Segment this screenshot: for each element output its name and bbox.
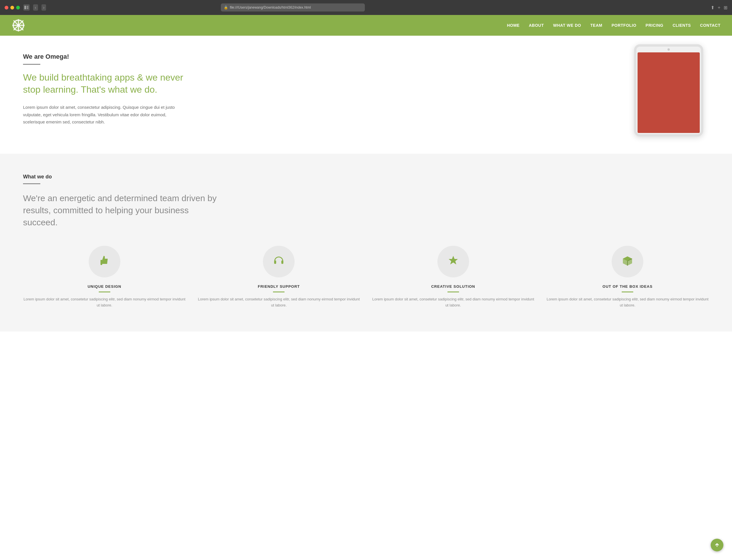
nav-item-pricing[interactable]: PRICING	[646, 23, 663, 28]
features-grid: UNIQUE DESIGN Lorem ipsum dolor sit amet…	[23, 246, 709, 314]
nav-link-what[interactable]: WHAT WE DO	[553, 23, 581, 28]
feature-underline-0	[99, 292, 110, 292]
tablet-camera	[668, 48, 670, 51]
close-dot[interactable]	[5, 6, 8, 9]
feature-title-2: CREATIVE SOLUTION	[431, 284, 475, 289]
nav-link-about[interactable]: ABOUT	[529, 23, 544, 28]
svg-rect-1	[26, 6, 28, 7]
sidebar-toggle[interactable]	[23, 4, 30, 11]
svg-marker-9	[449, 256, 458, 264]
nav-item-about[interactable]: ABOUT	[529, 23, 544, 28]
browser-actions: ⬆ ＋ ⊞	[711, 5, 727, 11]
logo[interactable]	[12, 18, 25, 32]
feature-body-1: Lorem ipsum dolor sit amet, consetetur s…	[197, 296, 360, 308]
feature-icon-circle-0	[89, 246, 120, 277]
nav-item-what[interactable]: WHAT WE DO	[553, 23, 581, 28]
nav-link-contact[interactable]: CONTACT	[700, 23, 720, 28]
lock-icon: 🔒	[224, 5, 228, 9]
forward-button[interactable]: ›	[41, 4, 46, 11]
feature-card-2: CREATIVE SOLUTION Lorem ipsum dolor sit …	[372, 246, 535, 308]
address-bar[interactable]: 🔒 file:///Users/janewang/Downloads/html3…	[221, 3, 365, 12]
nav-item-clients[interactable]: CLIENTS	[673, 23, 691, 28]
feature-underline-1	[273, 292, 284, 292]
feature-body-2: Lorem ipsum dolor sit amet, consetetur s…	[372, 296, 535, 308]
feature-body-0: Lorem ipsum dolor sit amet, consetetur s…	[23, 296, 186, 308]
nav-link-team[interactable]: TEAM	[590, 23, 602, 28]
svg-rect-7	[274, 260, 276, 264]
tablet-mockup	[634, 44, 703, 136]
new-tab-button[interactable]: ＋	[717, 5, 721, 11]
feature-icon-circle-2	[438, 246, 469, 277]
tablet-screen	[638, 52, 700, 133]
hero-content: We are Omega! We build breathtaking apps…	[23, 53, 628, 126]
tabs-button[interactable]: ⊞	[724, 5, 727, 11]
feature-card-3: OUT OF THE BOX IDEAS Lorem ipsum dolor s…	[546, 246, 709, 308]
box-icon	[621, 254, 634, 269]
navbar: HOME ABOUT WHAT WE DO TEAM PORTFOLIO PRI…	[0, 15, 732, 36]
nav-link-clients[interactable]: CLIENTS	[673, 23, 691, 28]
what-section-label: What we do	[23, 174, 709, 180]
feature-title-3: OUT OF THE BOX IDEAS	[602, 284, 653, 289]
nav-link-portfolio[interactable]: PORTFOLIO	[612, 23, 636, 28]
hero-section: We are Omega! We build breathtaking apps…	[0, 36, 732, 154]
svg-rect-0	[24, 6, 26, 9]
feature-underline-2	[448, 292, 459, 292]
maximize-dot[interactable]	[16, 6, 20, 9]
feature-card-1: FRIENDLY SUPPORT Lorem ipsum dolor sit a…	[197, 246, 360, 308]
feature-title-0: UNIQUE DESIGN	[88, 284, 121, 289]
feature-body-3: Lorem ipsum dolor sit amet, consetetur s…	[546, 296, 709, 308]
browser-chrome: ‹ › 🔒 file:///Users/janewang/Downloads/h…	[0, 0, 732, 15]
nav-link-pricing[interactable]: PRICING	[646, 23, 663, 28]
back-button[interactable]: ‹	[33, 4, 38, 11]
thumbs-up-icon	[98, 254, 111, 269]
hero-subtitle: We are Omega!	[23, 53, 611, 60]
hero-body: Lorem ipsum dolor sit amet, consectetur …	[23, 104, 184, 126]
minimize-dot[interactable]	[10, 6, 14, 9]
nav-link-home[interactable]: HOME	[507, 23, 520, 28]
feature-icon-circle-1	[263, 246, 294, 277]
what-section: What we do We're an energetic and determ…	[0, 154, 732, 332]
svg-rect-3	[26, 8, 28, 9]
feature-icon-circle-3	[612, 246, 643, 277]
nav-item-contact[interactable]: CONTACT	[700, 23, 720, 28]
nav-item-portfolio[interactable]: PORTFOLIO	[612, 23, 636, 28]
hero-image-area	[628, 44, 709, 136]
star-icon	[447, 254, 460, 269]
share-button[interactable]: ⬆	[711, 5, 714, 11]
feature-underline-3	[622, 292, 633, 292]
nav-item-team[interactable]: TEAM	[590, 23, 602, 28]
headphones-icon	[272, 254, 285, 269]
hero-headline: We build breathtaking apps & we never st…	[23, 72, 184, 96]
nav-item-home[interactable]: HOME	[507, 23, 520, 28]
feature-card-0: UNIQUE DESIGN Lorem ipsum dolor sit amet…	[23, 246, 186, 308]
url-text: file:///Users/janewang/Downloads/html362…	[230, 5, 311, 9]
what-section-headline: We're an energetic and determined team d…	[23, 192, 219, 228]
svg-rect-8	[281, 260, 283, 264]
nav-links: HOME ABOUT WHAT WE DO TEAM PORTFOLIO PRI…	[507, 23, 720, 28]
what-section-divider	[23, 183, 40, 184]
svg-rect-2	[26, 7, 28, 8]
hero-divider	[23, 64, 40, 65]
window-controls	[5, 6, 20, 9]
feature-title-1: FRIENDLY SUPPORT	[258, 284, 300, 289]
svg-rect-6	[100, 260, 102, 265]
